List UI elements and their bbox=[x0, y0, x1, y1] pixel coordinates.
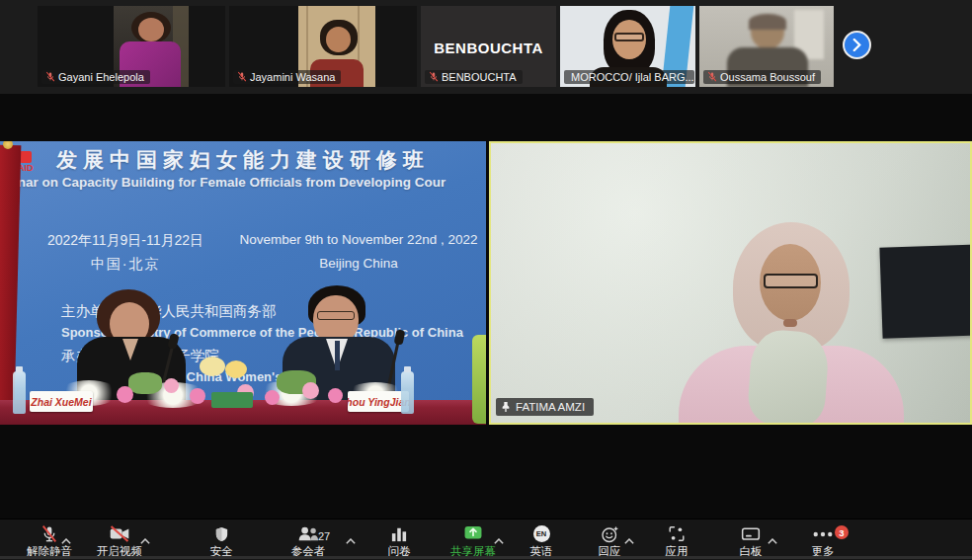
apps-icon bbox=[668, 525, 686, 542]
speaker-glasses bbox=[764, 274, 818, 288]
pinned-speaker-label: FATIMA AMZI bbox=[496, 398, 594, 416]
video-tile[interactable]: Gayani Ehelepola bbox=[38, 6, 225, 87]
participants-options-chevron[interactable] bbox=[346, 531, 356, 539]
wall-tv bbox=[879, 244, 972, 339]
participant-name: Gayani Ehelepola bbox=[58, 71, 144, 83]
participant-name-label: Gayani Ehelepola bbox=[41, 70, 150, 84]
flower-box bbox=[211, 392, 253, 408]
apps-button[interactable]: 应用 bbox=[645, 524, 708, 559]
video-tile[interactable]: Jayamini Wasana bbox=[229, 6, 417, 87]
flag bbox=[0, 145, 21, 402]
whiteboard-options-chevron[interactable] bbox=[768, 531, 777, 539]
water-bottle bbox=[401, 371, 414, 414]
reactions-smiley-icon bbox=[601, 525, 619, 543]
participant-name-label: Oussama Boussouf bbox=[703, 70, 821, 84]
participants-count: 27 bbox=[318, 530, 330, 542]
polls-button[interactable]: 问卷 bbox=[367, 524, 431, 559]
participant-name: Jayamini Wasana bbox=[250, 71, 335, 83]
person-face bbox=[326, 27, 351, 52]
flower bbox=[164, 378, 179, 393]
interpretation-button[interactable]: EN 英语 bbox=[510, 524, 573, 559]
video-options-chevron[interactable] bbox=[140, 531, 150, 539]
china-aid-logo-text: AID bbox=[18, 163, 40, 173]
share-screen-icon bbox=[462, 525, 484, 542]
zoom-meeting-window: Gayani Ehelepola Jayamini Wasana BENBOUC… bbox=[0, 0, 972, 560]
flower bbox=[302, 382, 319, 399]
pin-icon bbox=[501, 401, 511, 413]
participant-name: Oussama Boussouf bbox=[720, 71, 815, 83]
video-tile[interactable]: MOROCCO/ Ijlal BARG... bbox=[560, 6, 695, 87]
more-dots-icon bbox=[813, 531, 833, 537]
video-tile[interactable]: BENBOUCHTA BENBOUCHTA bbox=[421, 6, 556, 87]
plant bbox=[472, 335, 486, 424]
camera-off-icon bbox=[109, 525, 130, 542]
participants-icon bbox=[297, 525, 319, 542]
video-tile[interactable]: Oussama Boussouf bbox=[699, 6, 834, 87]
interpretation-en-icon: EN bbox=[533, 525, 550, 542]
mic-muted-icon bbox=[707, 71, 717, 83]
flower bbox=[117, 386, 133, 403]
mic-muted-icon bbox=[237, 71, 247, 83]
seminar-date-en: November 9th to November 22nd , 2022 bbox=[235, 232, 482, 247]
flower-arrangement bbox=[109, 362, 336, 410]
speaker-mouth bbox=[783, 319, 797, 327]
participants-button[interactable]: 参会者 bbox=[277, 524, 340, 559]
seminar-location-cn: 中国·北京 bbox=[41, 256, 209, 274]
window-bottom-edge bbox=[0, 556, 972, 559]
meeting-toolbar: 解除静音 开启视频 安全 参会者 27 问卷 共享屏幕 EN 英语 bbox=[0, 519, 972, 560]
security-button[interactable]: 安全 bbox=[190, 524, 253, 559]
participant-name-label: Jayamini Wasana bbox=[233, 70, 341, 84]
next-page-button[interactable] bbox=[843, 31, 871, 59]
flower bbox=[190, 388, 205, 404]
seminar-location-en: Beijing China bbox=[235, 256, 482, 271]
chevron-right-icon bbox=[851, 39, 862, 51]
participant-name-label: BENBOUCHTA bbox=[425, 70, 523, 84]
flower bbox=[225, 360, 247, 378]
flower bbox=[128, 372, 162, 394]
water-bottle bbox=[13, 371, 26, 414]
seminar-date-cn: 2022年11月9日-11月22日 bbox=[41, 232, 209, 250]
seminar-title-cn: 发展中国家妇女能力建设研修班 bbox=[0, 146, 486, 174]
participant-display-name: BENBOUCHTA bbox=[421, 40, 556, 56]
person-face bbox=[138, 18, 164, 41]
whiteboard-icon bbox=[741, 526, 761, 542]
more-button[interactable]: 更多 3 bbox=[791, 524, 854, 559]
person-glasses bbox=[614, 33, 644, 41]
nameplate-right: Zhou YingJiang bbox=[348, 391, 409, 412]
flower bbox=[328, 388, 343, 403]
person-hair bbox=[749, 14, 786, 30]
speaker-right-glasses bbox=[317, 311, 355, 320]
participant-name-label: MOROCCO/ Ijlal BARG... bbox=[564, 70, 694, 84]
speaker-scarf bbox=[747, 328, 830, 425]
microphone bbox=[394, 329, 406, 346]
poll-bars-icon bbox=[390, 526, 408, 542]
participants-strip: Gayani Ehelepola Jayamini Wasana BENBOUC… bbox=[0, 0, 972, 94]
china-aid-logo-mark bbox=[20, 151, 32, 163]
mic-muted-icon bbox=[429, 71, 439, 83]
host-line-cn: 主办单位：中华人民共和国商务部 bbox=[61, 302, 277, 321]
seminar-title-en: minar on Capacity Building for Female Of… bbox=[2, 175, 446, 190]
active-speaker-video[interactable]: FATIMA AMZI bbox=[489, 141, 972, 425]
participant-name: BENBOUCHTA bbox=[442, 71, 517, 83]
participant-name: MOROCCO/ Ijlal BARG... bbox=[571, 71, 694, 83]
more-notification-badge: 3 bbox=[835, 525, 849, 539]
unmute-options-chevron[interactable] bbox=[61, 531, 71, 539]
shield-icon bbox=[213, 525, 230, 543]
flower bbox=[200, 357, 225, 376]
share-options-chevron[interactable] bbox=[494, 531, 504, 539]
reactions-options-chevron[interactable] bbox=[624, 531, 634, 539]
speaker-name: FATIMA AMZI bbox=[516, 401, 585, 413]
mic-muted-icon bbox=[40, 524, 59, 543]
unmute-button[interactable]: 解除静音 bbox=[18, 524, 81, 559]
flower bbox=[265, 390, 280, 405]
nameplate-left: Zhai XueMei bbox=[30, 391, 93, 412]
shared-screen-video[interactable]: AID 发展中国家妇女能力建设研修班 minar on Capacity Bui… bbox=[0, 141, 486, 425]
mic-muted-icon bbox=[45, 71, 55, 83]
